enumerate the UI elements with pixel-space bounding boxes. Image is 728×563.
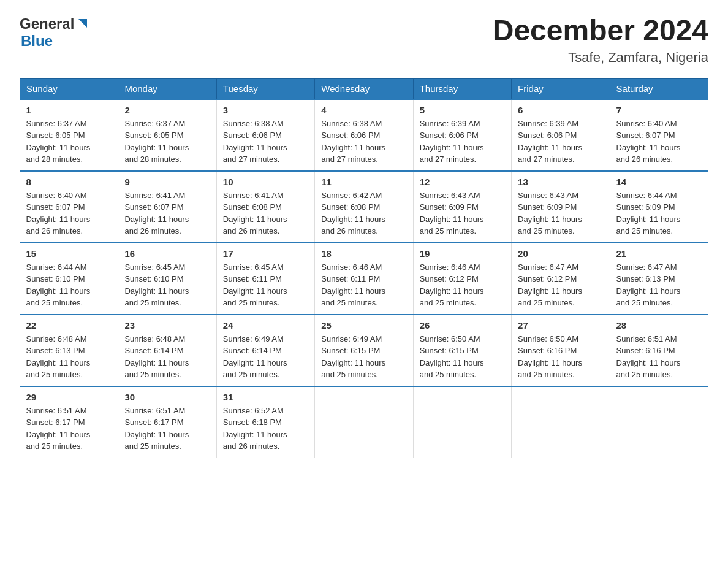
calendar-cell: 9 Sunrise: 6:41 AMSunset: 6:07 PMDayligh…	[118, 171, 216, 243]
col-wednesday: Wednesday	[315, 78, 413, 99]
day-number: 23	[124, 320, 210, 331]
day-info: Sunrise: 6:49 AMSunset: 6:14 PMDaylight:…	[223, 334, 287, 380]
calendar-cell: 12 Sunrise: 6:43 AMSunset: 6:09 PMDaylig…	[413, 171, 511, 243]
calendar-cell: 13 Sunrise: 6:43 AMSunset: 6:09 PMDaylig…	[512, 171, 610, 243]
day-info: Sunrise: 6:44 AMSunset: 6:10 PMDaylight:…	[26, 262, 91, 308]
calendar-cell: 6 Sunrise: 6:39 AMSunset: 6:06 PMDayligh…	[512, 99, 610, 171]
day-info: Sunrise: 6:39 AMSunset: 6:06 PMDaylight:…	[518, 119, 582, 164]
calendar-cell: 24 Sunrise: 6:49 AMSunset: 6:14 PMDaylig…	[216, 315, 314, 386]
calendar-cell	[315, 386, 413, 458]
logo-general-text: General	[20, 15, 74, 33]
calendar-cell: 10 Sunrise: 6:41 AMSunset: 6:08 PMDaylig…	[216, 171, 314, 243]
day-number: 25	[321, 320, 406, 331]
logo-blue-text: Blue	[21, 33, 53, 50]
day-number: 31	[223, 392, 308, 402]
day-info: Sunrise: 6:45 AMSunset: 6:10 PMDaylight:…	[124, 262, 189, 308]
day-info: Sunrise: 6:51 AMSunset: 6:16 PMDaylight:…	[616, 334, 681, 380]
calendar-cell: 26 Sunrise: 6:50 AMSunset: 6:15 PMDaylig…	[413, 315, 511, 386]
day-info: Sunrise: 6:43 AMSunset: 6:09 PMDaylight:…	[420, 191, 484, 236]
calendar-week-row: 1 Sunrise: 6:37 AMSunset: 6:05 PMDayligh…	[20, 99, 708, 171]
day-number: 30	[124, 392, 210, 402]
month-title: December 2024	[493, 15, 708, 47]
day-number: 2	[124, 105, 210, 115]
day-info: Sunrise: 6:38 AMSunset: 6:06 PMDaylight:…	[223, 119, 287, 164]
day-number: 10	[223, 177, 308, 187]
calendar-cell: 17 Sunrise: 6:45 AMSunset: 6:11 PMDaylig…	[216, 243, 314, 315]
day-number: 26	[420, 320, 505, 331]
calendar-cell: 28 Sunrise: 6:51 AMSunset: 6:16 PMDaylig…	[610, 315, 708, 386]
calendar-cell	[413, 386, 511, 458]
day-info: Sunrise: 6:45 AMSunset: 6:11 PMDaylight:…	[223, 262, 287, 308]
day-info: Sunrise: 6:38 AMSunset: 6:06 PMDaylight:…	[321, 119, 385, 164]
day-number: 14	[616, 177, 702, 187]
calendar-cell: 5 Sunrise: 6:39 AMSunset: 6:06 PMDayligh…	[413, 99, 511, 171]
calendar-table: Sunday Monday Tuesday Wednesday Thursday…	[20, 78, 708, 458]
day-info: Sunrise: 6:41 AMSunset: 6:08 PMDaylight:…	[223, 191, 287, 236]
day-info: Sunrise: 6:44 AMSunset: 6:09 PMDaylight:…	[616, 191, 681, 236]
col-thursday: Thursday	[413, 78, 511, 99]
day-number: 13	[518, 177, 603, 187]
day-number: 3	[223, 105, 308, 115]
day-info: Sunrise: 6:52 AMSunset: 6:18 PMDaylight:…	[223, 406, 287, 451]
col-saturday: Saturday	[610, 78, 708, 99]
calendar-cell: 30 Sunrise: 6:51 AMSunset: 6:17 PMDaylig…	[118, 386, 216, 458]
day-number: 24	[223, 320, 308, 331]
day-number: 1	[26, 105, 112, 115]
day-number: 15	[26, 248, 112, 259]
calendar-cell: 15 Sunrise: 6:44 AMSunset: 6:10 PMDaylig…	[20, 243, 118, 315]
calendar-cell: 18 Sunrise: 6:46 AMSunset: 6:11 PMDaylig…	[315, 243, 413, 315]
day-number: 29	[26, 392, 112, 402]
day-info: Sunrise: 6:37 AMSunset: 6:05 PMDaylight:…	[26, 119, 91, 164]
day-number: 12	[420, 177, 505, 187]
col-tuesday: Tuesday	[216, 78, 314, 99]
day-info: Sunrise: 6:43 AMSunset: 6:09 PMDaylight:…	[518, 191, 582, 236]
day-info: Sunrise: 6:48 AMSunset: 6:13 PMDaylight:…	[26, 334, 91, 380]
day-info: Sunrise: 6:37 AMSunset: 6:05 PMDaylight:…	[124, 119, 189, 164]
calendar-cell: 22 Sunrise: 6:48 AMSunset: 6:13 PMDaylig…	[20, 315, 118, 386]
day-number: 5	[420, 105, 505, 115]
calendar-cell: 29 Sunrise: 6:51 AMSunset: 6:17 PMDaylig…	[20, 386, 118, 458]
calendar-week-row: 22 Sunrise: 6:48 AMSunset: 6:13 PMDaylig…	[20, 315, 708, 386]
day-info: Sunrise: 6:48 AMSunset: 6:14 PMDaylight:…	[124, 334, 189, 380]
calendar-cell: 16 Sunrise: 6:45 AMSunset: 6:10 PMDaylig…	[118, 243, 216, 315]
day-number: 11	[321, 177, 406, 187]
col-monday: Monday	[118, 78, 216, 99]
day-number: 16	[124, 248, 210, 259]
day-number: 4	[321, 105, 406, 115]
logo: General Blue	[20, 15, 89, 50]
col-friday: Friday	[512, 78, 610, 99]
day-number: 21	[616, 248, 702, 259]
calendar-week-row: 8 Sunrise: 6:40 AMSunset: 6:07 PMDayligh…	[20, 171, 708, 243]
day-info: Sunrise: 6:46 AMSunset: 6:11 PMDaylight:…	[321, 262, 385, 308]
day-info: Sunrise: 6:46 AMSunset: 6:12 PMDaylight:…	[420, 262, 484, 308]
day-info: Sunrise: 6:50 AMSunset: 6:15 PMDaylight:…	[420, 334, 484, 380]
page-header: General Blue December 2024 Tsafe, Zamfar…	[20, 15, 708, 66]
day-info: Sunrise: 6:40 AMSunset: 6:07 PMDaylight:…	[616, 119, 681, 164]
day-number: 28	[616, 320, 702, 331]
day-number: 19	[420, 248, 505, 259]
day-info: Sunrise: 6:40 AMSunset: 6:07 PMDaylight:…	[26, 191, 91, 236]
calendar-cell: 20 Sunrise: 6:47 AMSunset: 6:12 PMDaylig…	[512, 243, 610, 315]
calendar-cell: 14 Sunrise: 6:44 AMSunset: 6:09 PMDaylig…	[610, 171, 708, 243]
calendar-header-row: Sunday Monday Tuesday Wednesday Thursday…	[20, 78, 708, 99]
day-number: 8	[26, 177, 112, 187]
day-number: 9	[124, 177, 210, 187]
calendar-cell	[610, 386, 708, 458]
calendar-cell: 2 Sunrise: 6:37 AMSunset: 6:05 PMDayligh…	[118, 99, 216, 171]
calendar-cell: 19 Sunrise: 6:46 AMSunset: 6:12 PMDaylig…	[413, 243, 511, 315]
calendar-cell: 1 Sunrise: 6:37 AMSunset: 6:05 PMDayligh…	[20, 99, 118, 171]
day-info: Sunrise: 6:42 AMSunset: 6:08 PMDaylight:…	[321, 191, 385, 236]
day-info: Sunrise: 6:47 AMSunset: 6:12 PMDaylight:…	[518, 262, 582, 308]
day-info: Sunrise: 6:49 AMSunset: 6:15 PMDaylight:…	[321, 334, 385, 380]
day-info: Sunrise: 6:39 AMSunset: 6:06 PMDaylight:…	[420, 119, 484, 164]
logo-arrow-icon	[76, 17, 89, 33]
calendar-cell	[512, 386, 610, 458]
day-info: Sunrise: 6:51 AMSunset: 6:17 PMDaylight:…	[124, 406, 189, 451]
calendar-cell: 11 Sunrise: 6:42 AMSunset: 6:08 PMDaylig…	[315, 171, 413, 243]
calendar-cell: 31 Sunrise: 6:52 AMSunset: 6:18 PMDaylig…	[216, 386, 314, 458]
calendar-cell: 7 Sunrise: 6:40 AMSunset: 6:07 PMDayligh…	[610, 99, 708, 171]
day-info: Sunrise: 6:51 AMSunset: 6:17 PMDaylight:…	[26, 406, 91, 451]
calendar-cell: 21 Sunrise: 6:47 AMSunset: 6:13 PMDaylig…	[610, 243, 708, 315]
svg-marker-0	[78, 19, 87, 28]
calendar-cell: 23 Sunrise: 6:48 AMSunset: 6:14 PMDaylig…	[118, 315, 216, 386]
